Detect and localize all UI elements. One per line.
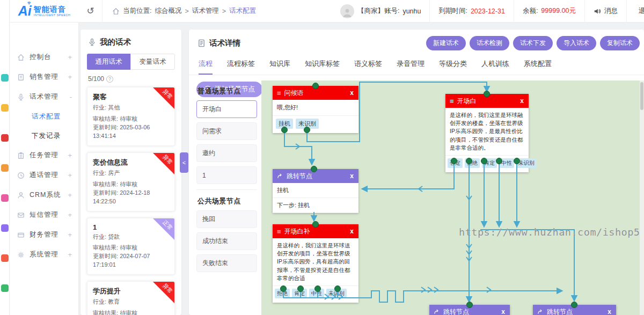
label-chip[interactable]: 肯定: [482, 158, 497, 168]
tab-variable-scripts[interactable]: 变量话术: [130, 54, 175, 70]
script-card[interactable]: 异常 学历提升 行业: 教育 审核结果: 待审核 更新时间: 2025-03-3…: [87, 281, 175, 315]
close-icon[interactable]: x: [349, 228, 354, 235]
scene-item-ask-need[interactable]: 问需求: [196, 122, 257, 140]
copy-script-button[interactable]: 复制话术: [600, 36, 640, 50]
sidebar-item-scripts[interactable]: 话术管理-: [10, 87, 78, 107]
label-chip[interactable]: 挂机: [276, 119, 293, 129]
check-script-button[interactable]: 话术检测: [470, 36, 509, 50]
tab-semantic-labels[interactable]: 语义标签: [354, 59, 382, 75]
sidebar-item-script-config[interactable]: 话术配置: [10, 107, 78, 126]
sidebar-item-crm[interactable]: CRM系统+: [10, 185, 78, 205]
message-button[interactable]: 消息: [584, 0, 626, 23]
watermark: https://www.huzhan.com/ishop52814: [459, 226, 644, 238]
sidebar-item-tasks[interactable]: 任务管理+: [10, 145, 78, 165]
dispatch-script-button[interactable]: 话术下发: [513, 36, 553, 50]
node-header[interactable]: 跳转节点 x: [533, 305, 616, 315]
breadcrumb-current: 话术配置: [229, 6, 256, 16]
node-header[interactable]: 跳转节点 x: [273, 169, 358, 183]
scene-item-opening[interactable]: 开场白: [196, 100, 257, 118]
flow-canvas[interactable]: ≡ 问候语 x 喂,您好! 挂机 未识别 ≡ 开场白 x 是这样的，我们这里是环…: [261, 80, 644, 315]
script-card[interactable]: 异常 竞价信息流 行业: 房产 审核结果: 待审核 更新时间: 2024-12-…: [87, 152, 175, 211]
edge-app-icon[interactable]: [1, 74, 9, 82]
sidebar-item-system[interactable]: 系统管理+: [10, 245, 78, 265]
script-card[interactable]: 异常 聚客 行业: 其他 审核结果: 待审核 更新时间: 2025-03-06 …: [87, 87, 175, 146]
edge-app-icon[interactable]: [1, 224, 9, 232]
tab-ai-training[interactable]: 人机训练: [481, 59, 509, 75]
breadcrumb-item[interactable]: 话术管理: [192, 6, 219, 16]
edge-app-icon[interactable]: [1, 284, 9, 292]
flow-node-jump-bottom-left[interactable]: 跳转节点 x: [429, 305, 510, 315]
edge-app-icon[interactable]: [1, 104, 9, 112]
back-button[interactable]: ↺: [79, 0, 103, 23]
breadcrumb-item[interactable]: 综合概况: [155, 6, 181, 16]
tab-general-scripts[interactable]: 通用话术: [87, 54, 130, 70]
new-script-button[interactable]: 新建话术: [426, 36, 466, 50]
script-card[interactable]: 正常 1 行业: 贷款 审核结果: 待审核 更新时间: 2024-07-07 1…: [87, 218, 175, 275]
expire-date: 2023-12-31: [471, 8, 505, 15]
flow-node-opening-extra[interactable]: ≡ 开场白补 x 是这样的，我们这里是环球送创开发的项目，坐落在世界级IP乐高乐…: [273, 224, 358, 303]
edge-app-icon[interactable]: [1, 134, 9, 142]
home-icon: [17, 54, 25, 61]
label-chip[interactable]: 未识别: [326, 289, 347, 298]
flow-node-jump-bottom-right[interactable]: 跳转节点 x: [533, 305, 616, 315]
scene-item-1[interactable]: 1: [196, 166, 257, 184]
sidebar-item-console[interactable]: 控制台+: [10, 47, 78, 67]
label-chip[interactable]: 拒绝: [275, 289, 290, 298]
edge-app-icon[interactable]: [1, 194, 9, 202]
edge-app-icon[interactable]: [1, 254, 9, 262]
detail-title: 话术详情: [209, 38, 240, 48]
scrollbar-thumb[interactable]: [640, 82, 643, 110]
script-count: 5/100?: [88, 75, 175, 83]
help-icon[interactable]: ?: [106, 76, 113, 83]
close-icon[interactable]: x: [349, 89, 354, 97]
label-chip[interactable]: 未识别: [296, 119, 319, 129]
label-chip[interactable]: 否定: [448, 158, 463, 168]
scene-item-invite[interactable]: 邀约: [196, 144, 257, 162]
account-info[interactable]: 【商家】账号: yunhu: [332, 0, 430, 23]
scene-item-winback[interactable]: 挽回: [196, 210, 257, 228]
node-header[interactable]: ≡ 开场白 x: [445, 94, 529, 108]
flow-node-opening[interactable]: ≡ 开场白 x 是这样的，我们这里是环球融创开发的楼盘，坐落在世界级IP乐高乐园…: [445, 94, 529, 172]
sidebar-item-sales[interactable]: 销售管理+: [10, 67, 78, 87]
scene-item-success-end[interactable]: 成功结束: [196, 232, 257, 250]
tab-knowledge-base[interactable]: 知识库: [269, 59, 290, 75]
my-scripts-panel: 我的话术 通用话术 变量话术 5/100? 异常 聚客 行业: 其他 审核结果:…: [80, 30, 181, 315]
label-chip[interactable]: 未识别: [516, 158, 537, 168]
tab-knowledge-labels[interactable]: 知识库标签: [305, 59, 340, 75]
jump-row: 挂机: [273, 183, 358, 198]
canvas-scrollbar[interactable]: [640, 80, 644, 315]
balance-value: 99999.00元: [541, 6, 576, 16]
sidebar-item-calls[interactable]: 通话管理+: [10, 165, 78, 185]
close-icon[interactable]: x: [349, 172, 354, 180]
tab-flow-labels[interactable]: 流程标签: [227, 59, 255, 75]
app-logo: Aiᯤ 智能语音 INTELLIGENT SPEECH: [10, 0, 79, 23]
node-header[interactable]: 跳转节点 x: [429, 305, 510, 315]
panel-collapse-handle[interactable]: <: [180, 152, 188, 173]
label-chip[interactable]: 中性: [499, 158, 514, 168]
document-icon: [197, 39, 206, 47]
tab-flow[interactable]: 流程: [199, 59, 213, 75]
close-icon[interactable]: x: [501, 308, 506, 315]
logout-button[interactable]: 退出: [626, 0, 644, 23]
tab-grade-class[interactable]: 等级分类: [439, 59, 467, 75]
close-icon[interactable]: x: [519, 97, 524, 105]
logo-title: 智能语音: [34, 5, 71, 13]
account-label: 【商家】账号:: [357, 6, 399, 16]
edge-app-icon[interactable]: [1, 164, 9, 172]
close-icon[interactable]: x: [607, 308, 612, 315]
sidebar-item-sms[interactable]: 短信管理+: [10, 205, 78, 225]
label-chip[interactable]: 中性: [309, 289, 324, 298]
flow-node-greeting[interactable]: ≡ 问候语 x 喂,您好! 挂机 未识别: [273, 86, 358, 133]
label-chip[interactable]: 拒绝: [465, 158, 480, 168]
sidebar-item-finance[interactable]: 财务管理+: [10, 225, 78, 245]
label-chip[interactable]: 肯定: [292, 289, 307, 298]
node-header[interactable]: ≡ 开场白补 x: [273, 224, 358, 238]
script-detail-panel: 话术详情 新建话术 话术检测 话术下发 导入话术 复制话术 流程 流程标签 知识…: [189, 30, 644, 315]
import-script-button[interactable]: 导入话术: [557, 36, 596, 50]
tab-system-config[interactable]: 系统配置: [524, 59, 552, 75]
scene-item-fail-end[interactable]: 失败结束: [196, 254, 257, 272]
flow-node-jump[interactable]: 跳转节点 x 挂机 下一步: 挂机: [273, 169, 358, 213]
node-header[interactable]: ≡ 问候语 x: [273, 86, 358, 100]
tab-recordings[interactable]: 录音管理: [397, 59, 425, 75]
sidebar-item-dispatch-records[interactable]: 下发记录: [10, 126, 78, 145]
